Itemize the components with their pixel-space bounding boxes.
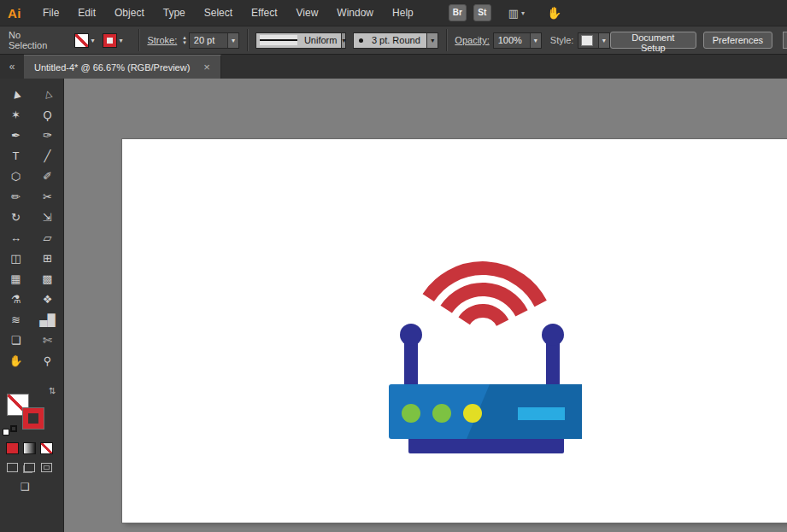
screen-mode-button[interactable]: ❑: [21, 481, 63, 493]
tab-bar: « Untitled-4* @ 66.67% (RGB/Preview) ×: [0, 55, 787, 79]
perspective-grid-tool[interactable]: ⊞: [32, 249, 63, 268]
hand-tool[interactable]: ✋: [0, 352, 32, 371]
chevron-down-icon: ▾: [119, 37, 122, 44]
style-swatch: [581, 35, 593, 46]
collapse-dock-icon[interactable]: «: [0, 55, 24, 79]
direct-selection-tool[interactable]: ▷: [32, 85, 63, 104]
gradient-button[interactable]: [23, 442, 36, 454]
preferences-button[interactable]: Preferences: [703, 32, 772, 49]
menu-item[interactable]: Type: [154, 0, 195, 26]
document-tab-title: Untitled-4* @ 66.67% (RGB/Preview): [34, 62, 190, 73]
workspace-switcher[interactable]: ▥ ▾: [508, 7, 525, 20]
brush-select[interactable]: 3 pt. Round ▾: [353, 32, 438, 49]
fill-stroke-indicator: ⇄: [0, 389, 63, 439]
quick-button[interactable]: St: [473, 4, 491, 21]
antenna-right-knob: [542, 324, 564, 346]
chevron-down-icon[interactable]: ▾: [227, 33, 238, 48]
blend-tool[interactable]: ❖: [32, 290, 63, 309]
width-profile-value: Uniform: [300, 35, 342, 45]
width-tool[interactable]: ↔: [0, 229, 32, 248]
brush-value: 3 pt. Round: [367, 35, 425, 45]
menu-item[interactable]: Effect: [242, 0, 286, 26]
shape-builder-tool[interactable]: ◫: [0, 249, 32, 268]
port-panel: [518, 407, 565, 420]
divider: [138, 29, 139, 51]
opacity-value: 100%: [494, 35, 526, 45]
lasso-tool[interactable]: Ϙ: [32, 106, 63, 125]
menu-bar: Ai FileEditObjectTypeSelectEffectViewWin…: [0, 0, 787, 26]
drawing-mode-buttons: [0, 463, 63, 472]
swap-fill-stroke-icon[interactable]: ⇄: [48, 387, 57, 394]
menu-item[interactable]: Select: [195, 0, 242, 26]
paintbrush-tool[interactable]: ✐: [32, 167, 63, 186]
draw-normal-mode-button[interactable]: [7, 463, 18, 472]
line-segment-tool[interactable]: ╱: [32, 147, 63, 166]
stroke-weight-stepper[interactable]: ▴ ▾: [183, 35, 186, 45]
menu-item[interactable]: View: [287, 0, 328, 26]
scissors-tool[interactable]: ✂: [32, 188, 63, 207]
touch-workspace-icon[interactable]: ✋: [547, 6, 561, 20]
opacity-panel-link[interactable]: Opacity:: [455, 35, 489, 45]
symbol-sprayer-tool[interactable]: ≋: [0, 311, 32, 330]
artboard: [122, 139, 787, 523]
style-select[interactable]: ▾: [578, 32, 609, 49]
fill-color-control[interactable]: ▾: [74, 33, 94, 48]
chevron-down-icon[interactable]: ▾: [530, 33, 541, 48]
stroke-weight-select[interactable]: 20 pt ▾: [189, 32, 239, 49]
stroke-panel-link[interactable]: Stroke:: [147, 35, 177, 45]
mesh-tool[interactable]: ▦: [0, 270, 32, 289]
led-1: [402, 404, 420, 423]
menu-item[interactable]: Edit: [68, 0, 105, 26]
shape-tool[interactable]: ⬡: [0, 167, 32, 186]
menu-item[interactable]: File: [33, 0, 68, 26]
chevron-down-icon[interactable]: ▾: [341, 33, 345, 48]
uniform-profile-preview: [260, 35, 297, 45]
zoom-tool[interactable]: ⚲: [32, 352, 63, 371]
tool-grid: ▶ ▷ ✶ Ϙ ✒: [0, 85, 63, 371]
type-tool[interactable]: T: [0, 147, 32, 166]
illustrator-app: Ai FileEditObjectTypeSelectEffectViewWin…: [0, 0, 787, 532]
stepper-down-icon[interactable]: ▾: [183, 40, 186, 45]
curvature-tool[interactable]: ✑: [32, 126, 63, 145]
none-button[interactable]: [40, 442, 53, 454]
magic-wand-tool[interactable]: ✶: [0, 106, 32, 125]
rotate-tool[interactable]: ↻: [0, 208, 32, 227]
chevron-down-icon: ▾: [521, 9, 525, 17]
brush-preview-dot: [359, 38, 363, 43]
chevron-down-icon[interactable]: ▾: [426, 33, 438, 48]
menu-item[interactable]: Help: [383, 0, 423, 26]
gradient-tool[interactable]: ▩: [32, 270, 63, 289]
draw-behind-mode-button[interactable]: [24, 463, 35, 472]
eyedropper-tool[interactable]: ⚗: [0, 290, 32, 309]
column-graph-tool[interactable]: ▄█: [32, 311, 63, 330]
stroke-weight-value: 20 pt: [190, 35, 219, 45]
slice-tool[interactable]: ✄: [32, 331, 63, 350]
document-setup-button[interactable]: Document Setup: [610, 32, 696, 49]
menu-item[interactable]: Object: [105, 0, 154, 26]
menu-item[interactable]: Window: [327, 0, 383, 26]
selection-tool[interactable]: ▶: [0, 85, 32, 104]
style-label: Style:: [550, 35, 574, 45]
artboard-tool[interactable]: ❏: [0, 331, 32, 350]
pen-tool[interactable]: ✒: [0, 126, 32, 145]
quick-button[interactable]: Br: [449, 4, 467, 21]
document-tab[interactable]: Untitled-4* @ 66.67% (RGB/Preview) ×: [24, 55, 221, 79]
chevron-down-icon[interactable]: ▾: [598, 33, 609, 48]
canvas-pasteboard[interactable]: [64, 79, 787, 532]
draw-inside-mode-button[interactable]: [41, 463, 52, 472]
opacity-select[interactable]: 100% ▾: [493, 32, 542, 49]
free-transform-tool[interactable]: ▱: [32, 229, 63, 248]
stroke-color-control[interactable]: ▾: [103, 33, 122, 48]
app-logo[interactable]: Ai: [8, 6, 21, 20]
width-profile-select[interactable]: Uniform ▾: [255, 32, 346, 49]
shaper-tool[interactable]: ✏: [0, 188, 32, 207]
color-button[interactable]: [6, 442, 19, 454]
stroke-swatch[interactable]: [22, 407, 44, 430]
default-fill-stroke-icon[interactable]: [3, 425, 17, 437]
wifi-router-illustration[interactable]: [379, 246, 592, 459]
fill-none-swatch: [74, 33, 89, 48]
scale-tool[interactable]: ⇲: [32, 208, 63, 227]
mini-fill-icon: [3, 429, 9, 436]
close-tab-icon[interactable]: ×: [203, 61, 210, 73]
wifi-arc-inner: [464, 310, 503, 323]
